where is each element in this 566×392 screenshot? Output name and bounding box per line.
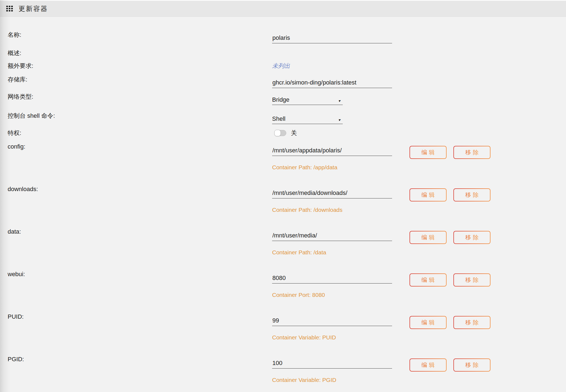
- downloads-label: downloads:: [8, 185, 272, 214]
- webui-label: webui:: [8, 270, 272, 299]
- mapping-row-downloads: downloads: 编辑 移除 Container Path: /downlo…: [8, 185, 566, 214]
- container-path-helper: Container Path: /app/data: [272, 163, 490, 171]
- dropdown-arrow-icon: ▼: [337, 98, 342, 105]
- name-input[interactable]: [272, 34, 392, 43]
- console-shell-value: Shell: [272, 115, 285, 122]
- webui-port-input[interactable]: [272, 274, 392, 284]
- variable-row-pgid: PGID: 编辑 移除 Container Variable: PGID: [8, 355, 566, 384]
- container-port-helper: Container Port: 8080: [272, 291, 490, 299]
- edit-button[interactable]: 编辑: [410, 146, 447, 159]
- repository-label: 存储库:: [8, 76, 272, 88]
- privileged-toggle[interactable]: [274, 130, 286, 136]
- repository-row: 存储库:: [8, 76, 566, 88]
- network-type-row: 网络类型: Bridge ▼: [8, 93, 566, 105]
- pgid-value-input[interactable]: [272, 359, 392, 369]
- network-type-value: Bridge: [272, 96, 290, 103]
- repository-input[interactable]: [272, 79, 392, 88]
- overview-row: 概述:: [8, 49, 566, 57]
- privileged-state-label: 关: [291, 130, 297, 136]
- console-shell-select[interactable]: Shell ▼: [272, 112, 343, 124]
- pgid-label: PGID:: [8, 355, 272, 384]
- network-type-select[interactable]: Bridge ▼: [272, 93, 343, 105]
- dropdown-arrow-icon: ▼: [337, 117, 342, 124]
- remove-button[interactable]: 移除: [453, 316, 490, 329]
- data-label: data:: [8, 228, 272, 257]
- remove-button[interactable]: 移除: [453, 273, 490, 287]
- config-host-path-input[interactable]: [272, 146, 392, 156]
- container-variable-helper: Container Variable: PUID: [272, 333, 490, 342]
- container-path-helper: Container Path: /data: [272, 248, 490, 257]
- apps-grid-icon: [6, 6, 13, 12]
- container-variable-helper: Container Variable: PGID: [272, 376, 490, 384]
- toggle-knob: [274, 130, 281, 136]
- remove-button[interactable]: 移除: [453, 146, 490, 159]
- update-container-page: 更新容器 名称: 概述: 额外要求: 未列出 存储库: 网络类型: Bridge…: [0, 0, 566, 392]
- data-host-path-input[interactable]: [272, 231, 392, 241]
- mapping-row-webui: webui: 编辑 移除 Container Port: 8080: [8, 270, 566, 299]
- extra-requirements-label: 额外要求:: [8, 62, 272, 70]
- puid-value-input[interactable]: [272, 316, 392, 326]
- console-shell-label: 控制台 shell 命令:: [8, 112, 272, 124]
- page-header: 更新容器: [0, 0, 566, 17]
- edit-button[interactable]: 编辑: [410, 358, 447, 372]
- privileged-label: 特权:: [8, 129, 272, 137]
- config-label: config:: [8, 143, 272, 171]
- edit-button[interactable]: 编辑: [410, 231, 447, 244]
- not-listed-link[interactable]: 未列出: [272, 62, 290, 70]
- remove-button[interactable]: 移除: [453, 231, 490, 244]
- remove-button[interactable]: 移除: [453, 188, 490, 201]
- overview-label: 概述:: [8, 49, 272, 57]
- edit-button[interactable]: 编辑: [410, 188, 447, 201]
- privileged-row: 特权: 关: [8, 129, 566, 137]
- edit-button[interactable]: 编辑: [410, 316, 447, 329]
- console-shell-row: 控制台 shell 命令: Shell ▼: [8, 112, 566, 124]
- network-type-label: 网络类型:: [8, 93, 272, 105]
- downloads-host-path-input[interactable]: [272, 189, 392, 198]
- container-path-helper: Container Path: /downloads: [272, 206, 490, 214]
- name-label: 名称:: [8, 31, 272, 43]
- variable-row-puid: PUID: 编辑 移除 Container Variable: PUID: [8, 313, 566, 342]
- puid-label: PUID:: [8, 313, 272, 342]
- page-title: 更新容器: [19, 4, 48, 13]
- remove-button[interactable]: 移除: [453, 358, 490, 372]
- mapping-row-data: data: 编辑 移除 Container Path: /data: [8, 228, 566, 257]
- mapping-row-config: config: 编辑 移除 Container Path: /app/data: [8, 143, 566, 171]
- container-form: 名称: 概述: 额外要求: 未列出 存储库: 网络类型: Bridge ▼ 控制: [0, 31, 566, 384]
- edit-button[interactable]: 编辑: [410, 273, 447, 287]
- name-row: 名称:: [8, 31, 566, 43]
- extra-requirements-row: 额外要求: 未列出: [8, 62, 566, 70]
